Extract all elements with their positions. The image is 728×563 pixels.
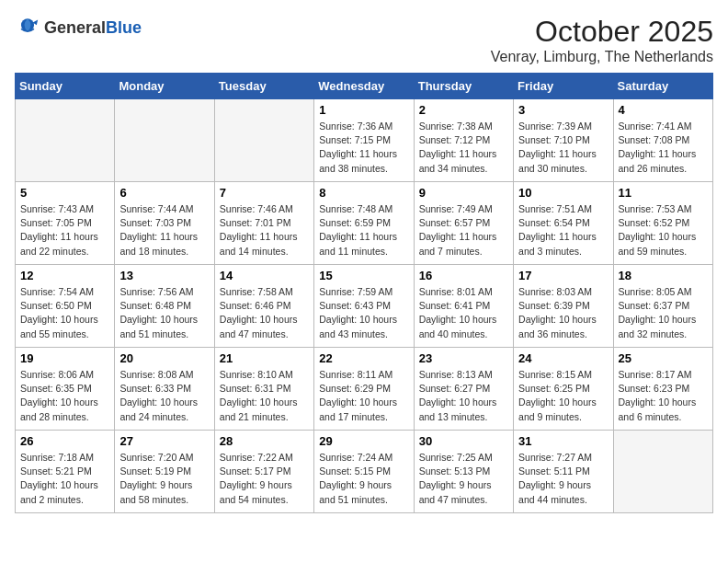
- day-number: 30: [419, 434, 508, 448]
- day-number: 12: [20, 269, 109, 282]
- logo-icon: [15, 15, 40, 40]
- calendar-header-row: SundayMondayTuesdayWednesdayThursdayFrid…: [16, 74, 713, 99]
- day-info: Sunrise: 8:11 AM Sunset: 6:29 PM Dayligh…: [319, 368, 408, 424]
- calendar-cell: 19Sunrise: 8:06 AM Sunset: 6:35 PM Dayli…: [16, 348, 115, 431]
- day-number: 24: [518, 351, 608, 365]
- day-info: Sunrise: 8:10 AM Sunset: 6:31 PM Dayligh…: [220, 368, 309, 424]
- day-info: Sunrise: 7:44 AM Sunset: 7:03 PM Dayligh…: [119, 202, 209, 259]
- day-number: 4: [619, 103, 708, 117]
- calendar-cell: 25Sunrise: 8:17 AM Sunset: 6:23 PM Dayli…: [613, 348, 712, 431]
- day-info: Sunrise: 8:15 AM Sunset: 6:25 PM Dayligh…: [518, 368, 608, 424]
- calendar-cell: 9Sunrise: 7:49 AM Sunset: 6:57 PM Daylig…: [414, 182, 513, 265]
- calendar-cell: 8Sunrise: 7:48 AM Sunset: 6:59 PM Daylig…: [314, 182, 414, 265]
- day-number: 23: [419, 351, 508, 365]
- day-of-week-header: Thursday: [414, 74, 513, 99]
- calendar-cell: 14Sunrise: 7:58 AM Sunset: 6:46 PM Dayli…: [214, 265, 313, 348]
- day-number: 27: [119, 434, 209, 448]
- day-number: 21: [220, 351, 309, 365]
- day-info: Sunrise: 7:38 AM Sunset: 7:12 PM Dayligh…: [419, 120, 508, 176]
- day-info: Sunrise: 7:22 AM Sunset: 5:17 PM Dayligh…: [220, 451, 309, 507]
- week-row: 5Sunrise: 7:43 AM Sunset: 7:05 PM Daylig…: [16, 182, 713, 265]
- day-of-week-header: Friday: [514, 74, 613, 99]
- calendar-cell: [16, 99, 115, 182]
- day-info: Sunrise: 7:53 AM Sunset: 6:52 PM Dayligh…: [619, 202, 708, 259]
- day-number: 1: [319, 103, 408, 117]
- day-info: Sunrise: 7:51 AM Sunset: 6:54 PM Dayligh…: [518, 202, 608, 259]
- day-number: 13: [119, 269, 209, 282]
- day-number: 31: [518, 434, 608, 448]
- calendar-cell: [613, 431, 712, 513]
- day-info: Sunrise: 7:54 AM Sunset: 6:50 PM Dayligh…: [20, 285, 109, 341]
- day-info: Sunrise: 7:25 AM Sunset: 5:13 PM Dayligh…: [419, 451, 508, 507]
- calendar-cell: 16Sunrise: 8:01 AM Sunset: 6:41 PM Dayli…: [414, 265, 513, 348]
- day-info: Sunrise: 7:46 AM Sunset: 7:01 PM Dayligh…: [220, 202, 309, 259]
- day-number: 14: [220, 269, 309, 282]
- week-row: 1Sunrise: 7:36 AM Sunset: 7:15 PM Daylig…: [16, 99, 713, 182]
- calendar-cell: 3Sunrise: 7:39 AM Sunset: 7:10 PM Daylig…: [514, 99, 613, 182]
- calendar-cell: 23Sunrise: 8:13 AM Sunset: 6:27 PM Dayli…: [414, 348, 513, 431]
- calendar-cell: 20Sunrise: 8:08 AM Sunset: 6:33 PM Dayli…: [115, 348, 214, 431]
- calendar-cell: 18Sunrise: 8:05 AM Sunset: 6:37 PM Dayli…: [613, 265, 712, 348]
- calendar-cell: [214, 99, 313, 182]
- day-info: Sunrise: 8:01 AM Sunset: 6:41 PM Dayligh…: [419, 285, 508, 341]
- day-of-week-header: Wednesday: [314, 74, 414, 99]
- calendar-cell: 13Sunrise: 7:56 AM Sunset: 6:48 PM Dayli…: [115, 265, 214, 348]
- calendar-cell: 27Sunrise: 7:20 AM Sunset: 5:19 PM Dayli…: [115, 431, 214, 513]
- day-of-week-header: Monday: [115, 74, 214, 99]
- day-info: Sunrise: 7:39 AM Sunset: 7:10 PM Dayligh…: [518, 120, 608, 176]
- day-info: Sunrise: 8:06 AM Sunset: 6:35 PM Dayligh…: [20, 368, 109, 424]
- calendar-cell: 4Sunrise: 7:41 AM Sunset: 7:08 PM Daylig…: [613, 99, 712, 182]
- day-info: Sunrise: 8:17 AM Sunset: 6:23 PM Dayligh…: [619, 368, 708, 424]
- calendar-cell: 12Sunrise: 7:54 AM Sunset: 6:50 PM Dayli…: [16, 265, 115, 348]
- day-info: Sunrise: 8:05 AM Sunset: 6:37 PM Dayligh…: [619, 285, 708, 341]
- calendar-cell: 6Sunrise: 7:44 AM Sunset: 7:03 PM Daylig…: [115, 182, 214, 265]
- day-number: 7: [220, 186, 309, 200]
- day-info: Sunrise: 7:20 AM Sunset: 5:19 PM Dayligh…: [119, 451, 209, 507]
- day-number: 22: [319, 351, 408, 365]
- day-info: Sunrise: 7:56 AM Sunset: 6:48 PM Dayligh…: [119, 285, 209, 341]
- calendar-cell: 22Sunrise: 8:11 AM Sunset: 6:29 PM Dayli…: [314, 348, 414, 431]
- day-info: Sunrise: 7:24 AM Sunset: 5:15 PM Dayligh…: [319, 451, 408, 507]
- day-info: Sunrise: 7:36 AM Sunset: 7:15 PM Dayligh…: [319, 120, 408, 176]
- day-info: Sunrise: 7:59 AM Sunset: 6:43 PM Dayligh…: [319, 285, 408, 341]
- calendar-cell: [115, 99, 214, 182]
- logo-blue-text: Blue: [106, 18, 142, 37]
- day-number: 18: [619, 269, 708, 282]
- day-number: 2: [419, 103, 508, 117]
- day-info: Sunrise: 7:18 AM Sunset: 5:21 PM Dayligh…: [20, 451, 109, 507]
- day-info: Sunrise: 7:41 AM Sunset: 7:08 PM Dayligh…: [619, 120, 708, 176]
- day-number: 10: [518, 186, 608, 200]
- calendar-cell: 7Sunrise: 7:46 AM Sunset: 7:01 PM Daylig…: [214, 182, 313, 265]
- calendar-cell: 31Sunrise: 7:27 AM Sunset: 5:11 PM Dayli…: [514, 431, 613, 513]
- day-info: Sunrise: 8:03 AM Sunset: 6:39 PM Dayligh…: [518, 285, 608, 341]
- day-number: 20: [119, 351, 209, 365]
- calendar-cell: 30Sunrise: 7:25 AM Sunset: 5:13 PM Dayli…: [414, 431, 513, 513]
- day-of-week-header: Sunday: [16, 74, 115, 99]
- day-number: 17: [518, 269, 608, 282]
- day-number: 11: [619, 186, 708, 200]
- day-of-week-header: Saturday: [613, 74, 712, 99]
- calendar-cell: 21Sunrise: 8:10 AM Sunset: 6:31 PM Dayli…: [214, 348, 313, 431]
- day-of-week-header: Tuesday: [214, 74, 313, 99]
- day-number: 3: [518, 103, 608, 117]
- day-number: 26: [20, 434, 109, 448]
- day-info: Sunrise: 7:58 AM Sunset: 6:46 PM Dayligh…: [220, 285, 309, 341]
- week-row: 12Sunrise: 7:54 AM Sunset: 6:50 PM Dayli…: [16, 265, 713, 348]
- day-number: 5: [20, 186, 109, 200]
- day-info: Sunrise: 8:08 AM Sunset: 6:33 PM Dayligh…: [119, 368, 209, 424]
- day-number: 28: [220, 434, 309, 448]
- day-info: Sunrise: 7:49 AM Sunset: 6:57 PM Dayligh…: [419, 202, 508, 259]
- day-number: 8: [319, 186, 408, 200]
- day-number: 9: [419, 186, 508, 200]
- day-number: 6: [119, 186, 209, 200]
- calendar-cell: 11Sunrise: 7:53 AM Sunset: 6:52 PM Dayli…: [613, 182, 712, 265]
- day-info: Sunrise: 7:48 AM Sunset: 6:59 PM Dayligh…: [319, 202, 408, 259]
- calendar-cell: 1Sunrise: 7:36 AM Sunset: 7:15 PM Daylig…: [314, 99, 414, 182]
- title-block: October 2025 Venray, Limburg, The Nether…: [491, 15, 713, 65]
- calendar-cell: 28Sunrise: 7:22 AM Sunset: 5:17 PM Dayli…: [214, 431, 313, 513]
- logo: GeneralBlue: [15, 15, 142, 40]
- calendar-cell: 17Sunrise: 8:03 AM Sunset: 6:39 PM Dayli…: [514, 265, 613, 348]
- calendar-table: SundayMondayTuesdayWednesdayThursdayFrid…: [15, 73, 713, 513]
- location-title: Venray, Limburg, The Netherlands: [491, 49, 713, 65]
- calendar-cell: 2Sunrise: 7:38 AM Sunset: 7:12 PM Daylig…: [414, 99, 513, 182]
